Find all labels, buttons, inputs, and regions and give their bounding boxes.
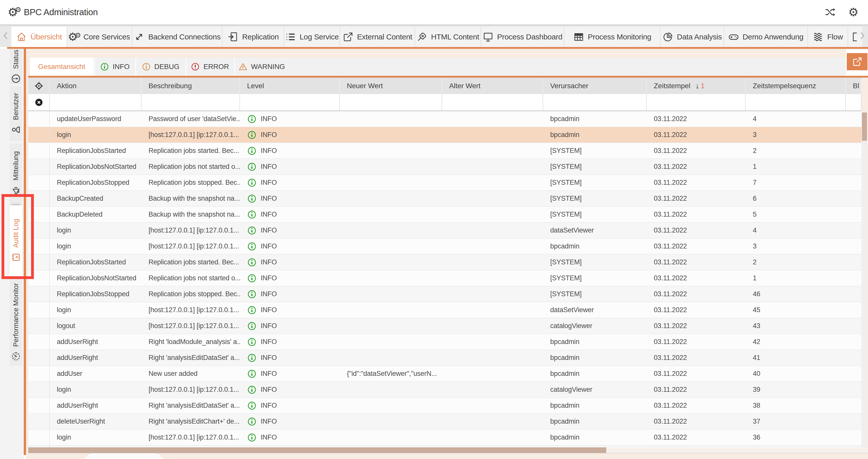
table-row[interactable]: ReplicationJobsNotStartedReplication job… [28, 159, 862, 175]
open-external-button[interactable] [847, 53, 868, 70]
sidebar-item-mitteilung[interactable]: Mitteilung [9, 144, 22, 203]
app-title: BPC Administration [24, 7, 98, 17]
nav-tab-demo-anwendung[interactable]: Demo Anwendung [724, 27, 807, 47]
cell-zeitstempelsequenz: 46 [746, 286, 846, 302]
cell-bl [846, 302, 862, 318]
cell-zeitstempelsequenz: 6 [746, 191, 846, 206]
monitor-icon [483, 31, 494, 42]
info-circle-icon [247, 369, 257, 379]
column-header-beschreibung[interactable]: Beschreibung [142, 78, 240, 94]
settings-gear-icon[interactable]: ⚙ [847, 6, 860, 18]
filter-cell-aktion[interactable] [50, 94, 142, 111]
column-header-bl[interactable]: Bl [846, 78, 862, 94]
table-row[interactable]: logout[host:127.0.0.1] [ip:127.0.0.1...I… [28, 318, 862, 334]
filter-cell-bl[interactable] [846, 94, 862, 111]
column-header-verursacher[interactable]: Verursacher [543, 78, 647, 94]
sidebar-item-status[interactable]: Status [9, 49, 22, 84]
column-header-level[interactable]: Level [240, 78, 340, 94]
filter-cell-level[interactable] [240, 94, 340, 111]
sidebar-item-performance-monitor[interactable]: Performance Monitor [9, 279, 22, 366]
filter-cell-alter_wert[interactable] [442, 94, 543, 111]
column-header-select[interactable] [28, 78, 50, 94]
table-row[interactable]: ReplicationJobsStartedReplication jobs s… [28, 255, 862, 270]
background-watermark [83, 454, 164, 459]
nav-tab-label: Flow [827, 33, 843, 41]
table-row[interactable]: ReplicationJobsStoppedReplication jobs s… [28, 286, 862, 302]
filter-tab-label: DEBUG [154, 63, 180, 71]
filter-cell-verursacher[interactable] [543, 94, 647, 111]
sidebar-item-audit-log[interactable]: Audit Log [9, 205, 22, 276]
horizontal-scrollbar-thumb[interactable] [28, 448, 606, 453]
column-header-alter_wert[interactable]: Alter Wert [442, 78, 543, 94]
level-label: INFO [261, 306, 277, 314]
table-row[interactable]: BackupCreatedBackup with the snapshot na… [28, 191, 862, 207]
nav-tab-log-service[interactable]: Log Service [284, 27, 339, 47]
nav-tab-core-services[interactable]: ⚙⚙Core Services [67, 27, 131, 47]
table-row[interactable]: addUserNew user addedINFO{"id":"dataSetV… [28, 366, 862, 382]
cell-zeitstempel: 03.11.2022 [647, 286, 746, 302]
table-row[interactable]: ReplicationJobsStartedReplication jobs s… [28, 143, 862, 159]
nav-tab-backend-connections[interactable]: Backend Connections [132, 27, 222, 47]
table-row[interactable]: addUserRightRight 'analysisEditDataSet' … [28, 398, 862, 414]
log-filter-tab-debug[interactable]: DEBUG [135, 58, 185, 76]
table-row[interactable]: login[host:127.0.0.1] [ip:127.0.0.1...IN… [28, 430, 862, 446]
cell-select [28, 175, 50, 190]
table-row[interactable]: deleteUserRightRight 'analysisEditChart+… [28, 414, 862, 430]
column-header-sequenz[interactable]: Zeitstempelsequenz [746, 78, 846, 94]
vertical-scrollbar-thumb[interactable] [862, 113, 867, 141]
cell-bl [846, 191, 862, 206]
cell-beschreibung: [host:127.0.0.1] [ip:127.0.0.1... [142, 382, 240, 397]
table-row[interactable]: ReplicationJobsNotStartedReplication job… [28, 270, 862, 286]
crosshair-icon[interactable] [34, 81, 43, 90]
info-circle-icon [247, 385, 257, 395]
vertical-scrollbar[interactable] [862, 111, 868, 448]
table-row[interactable]: addUserRightRight 'loadModule_analysis' … [28, 334, 862, 350]
table-row[interactable]: login[host:127.0.0.1] [ip:127.0.0.1...IN… [28, 302, 862, 318]
nav-tab-replication[interactable]: Replication [223, 27, 283, 47]
nav-scroll-right-chevron-icon[interactable] [858, 24, 867, 47]
nav-tab-data-analysis[interactable]: Data Analysis [661, 27, 723, 47]
filter-cell-neuer_wert[interactable] [340, 94, 442, 111]
table-row[interactable]: BackupDeletedBackup with the snapshot na… [28, 207, 862, 223]
filter-cell-zeitstempel[interactable] [647, 94, 746, 111]
nav-scroll-left-chevron-icon[interactable] [1, 24, 10, 47]
cell-select [28, 334, 50, 349]
log-filter-tab-error[interactable]: ERROR [186, 58, 234, 76]
nav-tab-bersicht[interactable]: Übersicht [11, 27, 66, 47]
table-header: AktionBeschreibungLevelNeuer WertAlter W… [28, 78, 862, 94]
horizontal-scrollbar[interactable] [28, 448, 868, 454]
nav-tab-process-monitoring[interactable]: Process Monitoring [565, 27, 660, 47]
table-row[interactable]: updateUserPasswordPassword of user 'data… [28, 111, 862, 127]
nav-tab-process-dashboard[interactable]: Process Dashboard [481, 27, 564, 47]
cell-aktion: addUserRight [50, 350, 142, 366]
column-header-zeitstempel[interactable]: Zeitstempel↓1 [647, 78, 746, 94]
shuffle-icon[interactable] [824, 6, 836, 18]
table-row[interactable]: login[host:127.0.0.1] [ip:127.0.0.1...IN… [28, 127, 862, 143]
table-row[interactable]: login[host:127.0.0.1] [ip:127.0.0.1...IN… [28, 382, 862, 398]
table-row[interactable]: addUserRightRight 'analysisEditDataSet' … [28, 350, 862, 366]
cell-alter-wert [442, 334, 543, 349]
cell-beschreibung: Replication jobs stopped. Bec... [142, 175, 240, 190]
nav-tab-flow[interactable]: Flow [808, 27, 847, 47]
filter-cell-sequenz[interactable] [746, 94, 846, 111]
filter-cell-select[interactable] [28, 94, 50, 111]
cell-verursacher: bpcadmin [543, 398, 647, 413]
nav-tab-external-content[interactable]: External Content [340, 27, 414, 47]
cell-alter-wert [442, 286, 543, 302]
log-filter-tab-info[interactable]: INFO [94, 58, 135, 76]
log-filter-tab-warning[interactable]: WARNING [234, 58, 288, 76]
log-filter-tab-gesamtansicht[interactable]: Gesamtansicht [30, 58, 93, 76]
filter-cell-beschreibung[interactable] [142, 94, 240, 111]
column-header-neuer_wert[interactable]: Neuer Wert [340, 78, 442, 94]
table-row[interactable]: login[host:127.0.0.1] [ip:127.0.0.1...IN… [28, 238, 862, 255]
cell-aktion: login [50, 127, 142, 143]
sidebar-item-benutzer[interactable]: Benutzer [9, 86, 22, 141]
level-label: INFO [261, 210, 277, 219]
clear-filter-icon[interactable] [35, 98, 43, 107]
nav-tab-html-content[interactable]: HTML Content [415, 27, 480, 47]
table-row[interactable]: login[host:127.0.0.1] [ip:127.0.0.1...IN… [28, 223, 862, 238]
table-row[interactable]: login[host:127.0.0.1] [ip:127.0.0.1...ER… [28, 446, 862, 448]
column-header-aktion[interactable]: Aktion [50, 78, 142, 94]
table-row[interactable]: ReplicationJobsStoppedReplication jobs s… [28, 175, 862, 191]
cell-zeitstempel: 03.11.2022 [647, 175, 746, 190]
